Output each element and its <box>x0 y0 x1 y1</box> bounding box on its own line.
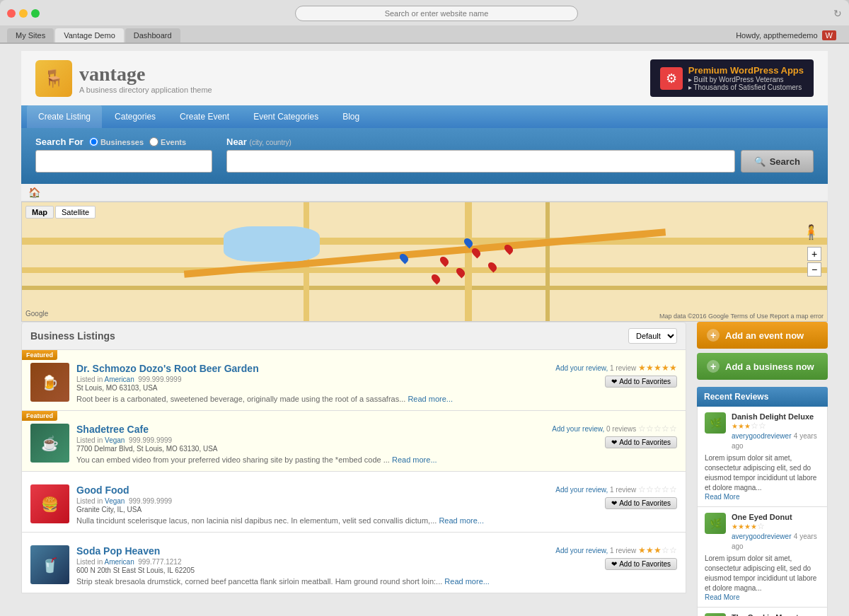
near-input[interactable] <box>226 150 735 173</box>
listing-name[interactable]: Good Food <box>76 484 129 496</box>
listing-item: Featured 🍺 Dr. Schmozo Dozo's Root Beer … <box>21 350 686 411</box>
near-label: Near (city, country) <box>226 136 814 147</box>
home-icon[interactable]: 🏠 <box>28 187 40 198</box>
listing-name[interactable]: Shadetree Cafe <box>76 424 149 435</box>
radio-businesses[interactable]: Businesses <box>89 137 144 146</box>
review-text: Lorem ipsum dolor sit amet, consectetur … <box>705 554 820 593</box>
tab-dashboard[interactable]: Dashboard <box>125 28 180 42</box>
stars: ☆☆☆☆☆ <box>638 484 677 494</box>
map-road <box>22 238 827 245</box>
nav-create-listing[interactable]: Create Listing <box>27 105 102 128</box>
review-name: The Cookie Monster <box>732 613 820 616</box>
browser-titlebar: ↻ <box>0 6 849 25</box>
pegman-icon[interactable]: 🧍 <box>802 223 820 240</box>
add-to-favorites-button[interactable]: ❤ Add to Favorites <box>605 497 677 509</box>
listing-meta: Listed in Vegan 999.999.9999 <box>76 497 172 505</box>
search-button[interactable]: 🔍 Search <box>741 150 814 173</box>
map-tab-satellite[interactable]: Satellite <box>55 206 96 219</box>
add-to-favorites-button[interactable]: ❤ Add to Favorites <box>605 436 677 448</box>
listing-item: 🍔 Good Food Listed in Vegan 999.999.9999… <box>21 472 686 533</box>
main-nav: Create Listing Categories Create Event E… <box>21 105 828 128</box>
add-event-button[interactable]: + Add an event now <box>697 322 828 349</box>
listing-name-area: Dr. Schmozo Dozo's Root Beer Garden List… <box>76 363 259 392</box>
site-title: vantage <box>79 63 212 86</box>
listing-inner: ☕ Shadetree Cafe Listed in Vegan 999.999… <box>30 424 677 464</box>
tab-my-sites[interactable]: My Sites <box>7 28 54 42</box>
listing-actions: Add your review, 1 review ★★★☆☆ ❤ Add to… <box>555 545 677 570</box>
listing-description: Nulla tincidunt scelerisque lacus, non l… <box>76 516 677 525</box>
review-avatar: 🌿 <box>705 412 726 434</box>
listing-description: Root beer is a carbonated, sweetened bev… <box>76 395 677 403</box>
map-container: Map Satellite 🧍 <box>21 202 828 322</box>
review-name: One Eyed Donut <box>732 513 820 521</box>
listings-title: Business Listings <box>30 330 115 342</box>
search-for-group: Search For Businesses Events <box>35 136 212 173</box>
listing-meta: Listed in Vegan 999.999.9999 <box>76 436 218 444</box>
add-to-favorites-button[interactable]: ❤ Add to Favorites <box>605 558 677 570</box>
nav-create-event[interactable]: Create Event <box>168 105 241 128</box>
listings-column: Business Listings Default Name Rating Fe… <box>21 322 686 616</box>
map-background: 🧍 + − Google Map data ©2016 Google Terms… <box>22 202 827 321</box>
nav-blog[interactable]: Blog <box>331 105 371 128</box>
map-tab-map[interactable]: Map <box>25 206 54 219</box>
map-road <box>545 202 550 321</box>
read-more-link[interactable]: Read more... <box>392 455 437 464</box>
add-business-button[interactable]: + Add a business now <box>697 353 828 380</box>
read-more-link[interactable]: Read more... <box>444 577 490 586</box>
site-tagline: A business directory application theme <box>79 86 212 94</box>
stars: ★★★★★ <box>638 363 677 373</box>
ad-text: Premium WordPress Apps ▸ Built by WordPr… <box>688 65 804 91</box>
review-top: 🌿 One Eyed Donut ★★★★☆ averygoodreviewer… <box>705 513 820 551</box>
reviewer-name[interactable]: averygoodreviewer <box>732 432 792 440</box>
listing-name[interactable]: Dr. Schmozo Dozo's Root Beer Garden <box>76 363 259 374</box>
reload-icon[interactable]: ↻ <box>833 8 842 19</box>
search-input[interactable] <box>35 150 212 173</box>
map-road <box>22 286 827 290</box>
radio-events[interactable]: Events <box>149 137 186 146</box>
read-more-link[interactable]: Read more... <box>439 516 484 525</box>
map-water <box>224 226 320 262</box>
address-bar[interactable] <box>295 6 578 21</box>
add-to-favorites-button[interactable]: ❤ Add to Favorites <box>605 376 677 388</box>
reviewer-name[interactable]: averygoodreviewer <box>732 533 792 540</box>
search-icon: 🔍 <box>754 156 766 167</box>
ad-line2: ▸ Thousands of Satisfied Customers <box>688 83 804 91</box>
ad-title: Premium WordPress Apps <box>688 65 804 76</box>
close-button[interactable] <box>7 9 16 18</box>
tab-vantage-demo[interactable]: Vantage Demo <box>55 28 124 42</box>
nav-event-categories[interactable]: Event Categories <box>242 105 330 128</box>
review-link: Add your review, 1 review ★★★★★ <box>555 363 677 373</box>
breadcrumb-bar: 🏠 <box>21 184 828 202</box>
review-readmore-link[interactable]: Read More <box>705 593 820 601</box>
ad-icon: ⚙ <box>660 67 683 90</box>
zoom-in-button[interactable]: + <box>807 247 821 261</box>
zoom-out-button[interactable]: − <box>807 262 821 277</box>
minimize-button[interactable] <box>19 9 28 18</box>
reviewer-info: averygoodreviewer 4 years ago <box>732 431 820 451</box>
maximize-button[interactable] <box>31 9 40 18</box>
map-marker[interactable] <box>438 255 450 267</box>
listing-item: Featured ☕ Shadetree Cafe Listed in Vega… <box>21 411 686 472</box>
admin-icon: W <box>822 30 836 40</box>
search-row: Search For Businesses Events <box>35 136 814 173</box>
browser-tabs: My Sites Vantage Demo Dashboard Howdy, a… <box>0 25 849 44</box>
page-wrapper: 🪑 vantage A business directory applicati… <box>0 44 849 616</box>
review-readmore-link[interactable]: Read More <box>705 493 820 501</box>
admin-bar: Howdy, appthemedemo W <box>730 28 842 42</box>
sort-select[interactable]: Default Name Rating <box>628 328 677 344</box>
review-avatar: 🌿 <box>705 513 726 534</box>
map-marker[interactable] <box>430 272 442 284</box>
featured-badge: Featured <box>22 350 57 360</box>
listing-details: Dr. Schmozo Dozo's Root Beer Garden List… <box>76 363 677 403</box>
listing-thumbnail: 🍺 <box>30 363 69 402</box>
listing-address: 600 N 20th St East St Louis, IL 62205 <box>76 566 195 574</box>
header-ad[interactable]: ⚙ Premium WordPress Apps ▸ Built by Word… <box>650 59 814 97</box>
read-more-link[interactable]: Read more... <box>408 395 453 403</box>
listing-name[interactable]: Soda Pop Heaven <box>76 545 160 557</box>
near-sublabel: (city, country) <box>250 139 291 146</box>
listing-name-area: Shadetree Cafe Listed in Vegan 999.999.9… <box>76 424 218 453</box>
logo-area: 🪑 vantage A business directory applicati… <box>35 60 212 97</box>
nav-categories[interactable]: Categories <box>103 105 167 128</box>
review-item: 🌿 The Cookie Monster ★★★★☆ averygoodrevi… <box>697 608 828 616</box>
listing-thumbnail: 🍔 <box>30 484 69 523</box>
